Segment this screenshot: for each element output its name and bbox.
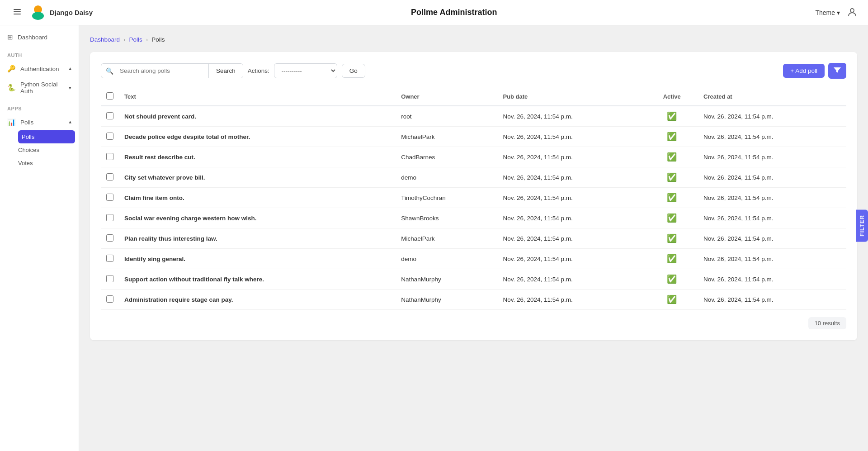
dashboard-icon: ⊞: [7, 33, 13, 41]
python-social-auth-icon: 🐍: [7, 84, 16, 92]
select-all-checkbox[interactable]: [106, 92, 113, 100]
row-check-cell: [101, 167, 119, 188]
active-icon: ✅: [667, 193, 677, 202]
row-active-1: ✅: [646, 127, 698, 147]
breadcrumb-sep-2: ›: [146, 36, 148, 43]
row-pub-date-2: Nov. 26, 2024, 11:54 p.m.: [497, 147, 646, 167]
row-checkbox-1[interactable]: [106, 133, 113, 140]
logo-circle-bot: [32, 12, 44, 20]
row-checkbox-9[interactable]: [106, 295, 113, 303]
col-header-owner[interactable]: Owner: [396, 88, 497, 106]
sidebar-item-dashboard[interactable]: ⊞ Dashboard: [0, 29, 79, 45]
row-created-at-8: Nov. 26, 2024, 11:54 p.m.: [698, 269, 846, 290]
row-text-7[interactable]: Identify sing general.: [119, 249, 396, 269]
active-icon: ✅: [667, 173, 677, 182]
row-pub-date-8: Nov. 26, 2024, 11:54 p.m.: [497, 269, 646, 290]
row-owner-9: NathanMurphy: [396, 290, 497, 310]
row-text-2[interactable]: Result rest describe cut.: [119, 147, 396, 167]
col-header-text[interactable]: Text: [119, 88, 396, 106]
sidebar-item-authentication[interactable]: 🔑 Authentication ▾: [0, 61, 79, 77]
theme-button[interactable]: Theme ▾: [815, 9, 840, 16]
polls-sub-label: Polls: [22, 133, 34, 140]
row-active-7: ✅: [646, 249, 698, 269]
sidebar-item-choices[interactable]: Choices: [14, 143, 79, 157]
row-check-cell: [101, 208, 119, 228]
table-row: Result rest describe cut. ChadBarnes Nov…: [101, 147, 846, 167]
row-checkbox-7[interactable]: [106, 255, 113, 262]
row-text-9[interactable]: Administration require stage can pay.: [119, 290, 396, 310]
actions-select[interactable]: ----------: [274, 63, 337, 78]
search-button[interactable]: Search: [208, 64, 243, 78]
filter-button[interactable]: [828, 63, 846, 79]
search-input[interactable]: [118, 64, 208, 78]
row-text-0[interactable]: Not should prevent card.: [119, 106, 396, 127]
side-filter-tab[interactable]: FILTER: [856, 209, 868, 242]
go-button[interactable]: Go: [342, 64, 365, 78]
col-header-created-at[interactable]: Created at: [698, 88, 846, 106]
row-active-5: ✅: [646, 208, 698, 228]
row-owner-2: ChadBarnes: [396, 147, 497, 167]
topbar-right: Theme ▾: [815, 7, 857, 18]
app-logo: Django Daisy: [31, 5, 93, 20]
polls-group-icon: 📊: [7, 118, 16, 126]
add-poll-button[interactable]: + Add poll: [783, 64, 825, 78]
topbar: Django Daisy Pollme Administration Theme…: [0, 0, 868, 25]
row-text-3[interactable]: City set whatever prove bill.: [119, 167, 396, 188]
col-header-pub-date[interactable]: Pub date: [497, 88, 646, 106]
breadcrumb-polls-group[interactable]: Polls: [129, 36, 142, 43]
row-text-6[interactable]: Plan reality thus interesting law.: [119, 228, 396, 249]
row-text-5[interactable]: Social war evening charge western how wi…: [119, 208, 396, 228]
actions-label: Actions:: [248, 67, 269, 74]
row-owner-1: MichaelPark: [396, 127, 497, 147]
row-pub-date-7: Nov. 26, 2024, 11:54 p.m.: [497, 249, 646, 269]
results-bar: 10 results: [101, 317, 846, 329]
python-social-auth-label: Python Social Auth: [20, 81, 69, 95]
row-created-at-7: Nov. 26, 2024, 11:54 p.m.: [698, 249, 846, 269]
table-row: Not should prevent card. root Nov. 26, 2…: [101, 106, 846, 127]
dashboard-label: Dashboard: [18, 34, 47, 41]
row-checkbox-3[interactable]: [106, 173, 113, 180]
sidebar-item-python-social-auth[interactable]: 🐍 Python Social Auth ▾: [0, 77, 79, 99]
results-count: 10 results: [808, 317, 846, 329]
auth-section-label: Auth: [0, 45, 79, 61]
breadcrumb-current: Polls: [151, 36, 165, 43]
row-owner-8: NathanMurphy: [396, 269, 497, 290]
theme-chevron: ▾: [837, 9, 840, 16]
row-pub-date-0: Nov. 26, 2024, 11:54 p.m.: [497, 106, 646, 127]
row-created-at-2: Nov. 26, 2024, 11:54 p.m.: [698, 147, 846, 167]
row-text-8[interactable]: Support action without traditional fly t…: [119, 269, 396, 290]
row-checkbox-0[interactable]: [106, 112, 113, 119]
col-header-active[interactable]: Active: [646, 88, 698, 106]
active-icon: ✅: [667, 275, 677, 284]
active-icon: ✅: [667, 295, 677, 304]
row-text-1[interactable]: Decade police edge despite total of moth…: [119, 127, 396, 147]
row-check-cell: [101, 290, 119, 310]
row-checkbox-5[interactable]: [106, 214, 113, 221]
toolbar-right: + Add poll: [783, 63, 846, 79]
row-checkbox-8[interactable]: [106, 275, 113, 282]
row-check-cell: [101, 228, 119, 249]
row-text-4[interactable]: Claim fine item onto.: [119, 188, 396, 208]
row-pub-date-1: Nov. 26, 2024, 11:54 p.m.: [497, 127, 646, 147]
row-check-cell: [101, 249, 119, 269]
row-checkbox-4[interactable]: [106, 194, 113, 201]
row-created-at-0: Nov. 26, 2024, 11:54 p.m.: [698, 106, 846, 127]
active-icon: ✅: [667, 254, 677, 263]
user-button[interactable]: [847, 7, 857, 18]
app-title: Pollme Administration: [411, 8, 497, 17]
row-active-9: ✅: [646, 290, 698, 310]
table-row: Claim fine item onto. TimothyCochran Nov…: [101, 188, 846, 208]
topbar-left: Django Daisy: [11, 5, 93, 20]
row-pub-date-4: Nov. 26, 2024, 11:54 p.m.: [497, 188, 646, 208]
table-row: City set whatever prove bill. demo Nov. …: [101, 167, 846, 188]
row-active-4: ✅: [646, 188, 698, 208]
hamburger-button[interactable]: [11, 5, 24, 19]
sidebar-item-polls[interactable]: Polls: [18, 130, 75, 143]
sidebar-item-polls-group[interactable]: 📊 Polls ▾: [0, 114, 79, 130]
row-created-at-1: Nov. 26, 2024, 11:54 p.m.: [698, 127, 846, 147]
breadcrumb-dashboard[interactable]: Dashboard: [90, 36, 120, 43]
row-checkbox-6[interactable]: [106, 234, 113, 242]
sidebar-item-votes[interactable]: Votes: [14, 157, 79, 170]
row-checkbox-2[interactable]: [106, 153, 113, 160]
search-wrapper: 🔍 Search: [101, 63, 243, 78]
